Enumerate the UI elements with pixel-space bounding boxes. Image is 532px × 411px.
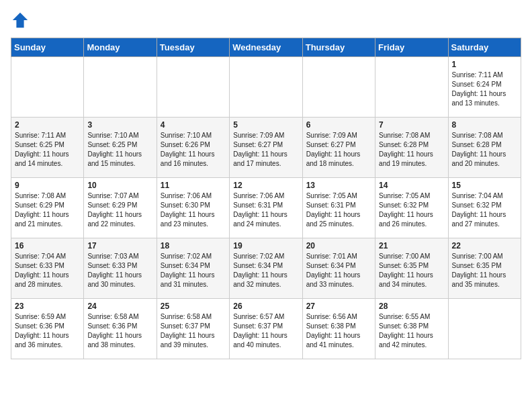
logo bbox=[11, 11, 32, 30]
calendar-cell: 6Sunrise: 7:09 AM Sunset: 6:27 PM Daylig… bbox=[302, 118, 375, 178]
day-number: 3 bbox=[87, 120, 152, 130]
calendar-cell: 23Sunrise: 6:59 AM Sunset: 6:36 PM Dayli… bbox=[11, 299, 84, 359]
calendar-week-4: 16Sunrise: 7:04 AM Sunset: 6:33 PM Dayli… bbox=[11, 238, 521, 299]
calendar-cell: 10Sunrise: 7:07 AM Sunset: 6:29 PM Dayli… bbox=[84, 178, 157, 238]
day-info: Sunrise: 7:02 AM Sunset: 6:34 PM Dayligh… bbox=[161, 252, 226, 289]
day-info: Sunrise: 7:02 AM Sunset: 6:34 PM Dayligh… bbox=[233, 252, 298, 289]
calendar-cell: 4Sunrise: 7:10 AM Sunset: 6:26 PM Daylig… bbox=[157, 118, 229, 178]
day-number: 11 bbox=[161, 181, 226, 190]
day-number: 7 bbox=[379, 120, 444, 130]
calendar-cell: 5Sunrise: 7:09 AM Sunset: 6:27 PM Daylig… bbox=[230, 118, 302, 178]
day-info: Sunrise: 7:04 AM Sunset: 6:32 PM Dayligh… bbox=[452, 191, 517, 229]
calendar-cell: 26Sunrise: 6:57 AM Sunset: 6:37 PM Dayli… bbox=[230, 299, 302, 359]
calendar-cell: 7Sunrise: 7:08 AM Sunset: 6:28 PM Daylig… bbox=[375, 118, 448, 178]
day-info: Sunrise: 7:08 AM Sunset: 6:28 PM Dayligh… bbox=[452, 131, 517, 169]
calendar-cell bbox=[302, 57, 375, 118]
day-number: 12 bbox=[233, 181, 298, 190]
calendar-cell: 14Sunrise: 7:05 AM Sunset: 6:32 PM Dayli… bbox=[375, 178, 448, 238]
calendar-cell: 16Sunrise: 7:04 AM Sunset: 6:33 PM Dayli… bbox=[11, 238, 84, 299]
day-info: Sunrise: 7:06 AM Sunset: 6:31 PM Dayligh… bbox=[233, 191, 298, 229]
day-info: Sunrise: 7:01 AM Sunset: 6:34 PM Dayligh… bbox=[306, 252, 371, 289]
calendar-cell: 1Sunrise: 7:11 AM Sunset: 6:24 PM Daylig… bbox=[448, 57, 521, 118]
calendar-cell: 15Sunrise: 7:04 AM Sunset: 6:32 PM Dayli… bbox=[448, 178, 521, 238]
calendar-week-2: 2Sunrise: 7:11 AM Sunset: 6:25 PM Daylig… bbox=[11, 118, 521, 178]
calendar-cell bbox=[448, 299, 521, 359]
day-number: 25 bbox=[161, 302, 226, 311]
day-header-wednesday: Wednesday bbox=[230, 38, 302, 57]
day-info: Sunrise: 7:05 AM Sunset: 6:32 PM Dayligh… bbox=[379, 191, 444, 229]
day-info: Sunrise: 7:00 AM Sunset: 6:35 PM Dayligh… bbox=[452, 252, 517, 289]
day-info: Sunrise: 7:09 AM Sunset: 6:27 PM Dayligh… bbox=[233, 131, 298, 169]
day-number: 9 bbox=[15, 181, 80, 190]
calendar-cell bbox=[157, 57, 229, 118]
calendar-cell: 20Sunrise: 7:01 AM Sunset: 6:34 PM Dayli… bbox=[302, 238, 375, 299]
day-number: 18 bbox=[161, 241, 226, 250]
day-info: Sunrise: 7:07 AM Sunset: 6:29 PM Dayligh… bbox=[87, 191, 152, 229]
calendar-cell bbox=[84, 57, 157, 118]
day-number: 13 bbox=[306, 181, 371, 190]
day-info: Sunrise: 6:56 AM Sunset: 6:38 PM Dayligh… bbox=[306, 312, 371, 350]
day-info: Sunrise: 6:58 AM Sunset: 6:36 PM Dayligh… bbox=[87, 312, 152, 350]
day-number: 28 bbox=[379, 302, 444, 311]
calendar-week-5: 23Sunrise: 6:59 AM Sunset: 6:36 PM Dayli… bbox=[11, 299, 521, 359]
calendar-cell: 25Sunrise: 6:58 AM Sunset: 6:37 PM Dayli… bbox=[157, 299, 229, 359]
day-info: Sunrise: 7:08 AM Sunset: 6:29 PM Dayligh… bbox=[15, 191, 80, 229]
calendar-cell: 21Sunrise: 7:00 AM Sunset: 6:35 PM Dayli… bbox=[375, 238, 448, 299]
calendar-cell: 13Sunrise: 7:05 AM Sunset: 6:31 PM Dayli… bbox=[302, 178, 375, 238]
day-header-thursday: Thursday bbox=[302, 38, 375, 57]
day-number: 24 bbox=[87, 302, 152, 311]
day-number: 8 bbox=[452, 120, 517, 130]
calendar-cell: 8Sunrise: 7:08 AM Sunset: 6:28 PM Daylig… bbox=[448, 118, 521, 178]
svg-marker-0 bbox=[13, 13, 28, 28]
calendar-cell: 12Sunrise: 7:06 AM Sunset: 6:31 PM Dayli… bbox=[230, 178, 302, 238]
day-number: 6 bbox=[306, 120, 371, 130]
calendar-cell: 3Sunrise: 7:10 AM Sunset: 6:25 PM Daylig… bbox=[84, 118, 157, 178]
calendar: SundayMondayTuesdayWednesdayThursdayFrid… bbox=[11, 38, 521, 359]
day-header-saturday: Saturday bbox=[448, 38, 521, 57]
day-info: Sunrise: 7:04 AM Sunset: 6:33 PM Dayligh… bbox=[15, 252, 80, 289]
day-header-friday: Friday bbox=[375, 38, 448, 57]
day-info: Sunrise: 7:03 AM Sunset: 6:33 PM Dayligh… bbox=[87, 252, 152, 289]
day-header-tuesday: Tuesday bbox=[157, 38, 229, 57]
day-number: 14 bbox=[379, 181, 444, 190]
day-header-monday: Monday bbox=[84, 38, 157, 57]
day-info: Sunrise: 7:09 AM Sunset: 6:27 PM Dayligh… bbox=[306, 131, 371, 169]
calendar-week-3: 9Sunrise: 7:08 AM Sunset: 6:29 PM Daylig… bbox=[11, 178, 521, 238]
calendar-week-1: 1Sunrise: 7:11 AM Sunset: 6:24 PM Daylig… bbox=[11, 57, 521, 118]
day-info: Sunrise: 6:57 AM Sunset: 6:37 PM Dayligh… bbox=[233, 312, 298, 350]
day-number: 4 bbox=[161, 120, 226, 130]
day-number: 16 bbox=[15, 241, 80, 250]
day-header-sunday: Sunday bbox=[11, 38, 84, 57]
day-info: Sunrise: 7:11 AM Sunset: 6:24 PM Dayligh… bbox=[452, 71, 517, 108]
calendar-cell bbox=[11, 57, 84, 118]
calendar-header-row: SundayMondayTuesdayWednesdayThursdayFrid… bbox=[11, 38, 521, 57]
day-number: 22 bbox=[452, 241, 517, 250]
day-number: 27 bbox=[306, 302, 371, 311]
day-number: 17 bbox=[87, 241, 152, 250]
day-number: 5 bbox=[233, 120, 298, 130]
calendar-cell: 2Sunrise: 7:11 AM Sunset: 6:25 PM Daylig… bbox=[11, 118, 84, 178]
calendar-cell: 28Sunrise: 6:55 AM Sunset: 6:38 PM Dayli… bbox=[375, 299, 448, 359]
calendar-cell: 9Sunrise: 7:08 AM Sunset: 6:29 PM Daylig… bbox=[11, 178, 84, 238]
page-header bbox=[11, 11, 521, 30]
day-number: 10 bbox=[87, 181, 152, 190]
day-info: Sunrise: 7:05 AM Sunset: 6:31 PM Dayligh… bbox=[306, 191, 371, 229]
day-number: 26 bbox=[233, 302, 298, 311]
calendar-cell: 27Sunrise: 6:56 AM Sunset: 6:38 PM Dayli… bbox=[302, 299, 375, 359]
calendar-cell bbox=[375, 57, 448, 118]
calendar-cell: 24Sunrise: 6:58 AM Sunset: 6:36 PM Dayli… bbox=[84, 299, 157, 359]
logo-icon bbox=[11, 11, 30, 30]
day-info: Sunrise: 6:59 AM Sunset: 6:36 PM Dayligh… bbox=[15, 312, 80, 350]
day-info: Sunrise: 7:11 AM Sunset: 6:25 PM Dayligh… bbox=[15, 131, 80, 169]
day-info: Sunrise: 7:00 AM Sunset: 6:35 PM Dayligh… bbox=[379, 252, 444, 289]
calendar-cell bbox=[230, 57, 302, 118]
day-number: 15 bbox=[452, 181, 517, 190]
day-info: Sunrise: 7:08 AM Sunset: 6:28 PM Dayligh… bbox=[379, 131, 444, 169]
calendar-cell: 19Sunrise: 7:02 AM Sunset: 6:34 PM Dayli… bbox=[230, 238, 302, 299]
day-number: 2 bbox=[15, 120, 80, 130]
calendar-cell: 22Sunrise: 7:00 AM Sunset: 6:35 PM Dayli… bbox=[448, 238, 521, 299]
day-number: 20 bbox=[306, 241, 371, 250]
day-info: Sunrise: 6:55 AM Sunset: 6:38 PM Dayligh… bbox=[379, 312, 444, 350]
day-number: 1 bbox=[452, 60, 517, 69]
day-number: 23 bbox=[15, 302, 80, 311]
